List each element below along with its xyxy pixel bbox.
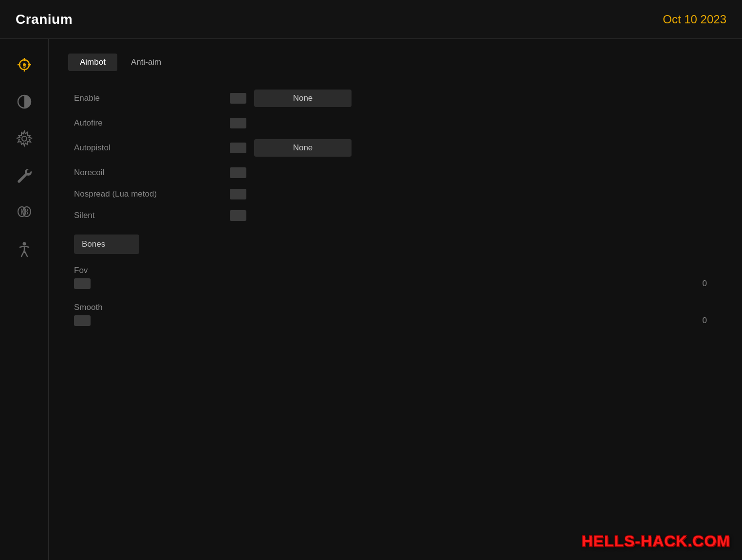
sidebar: $ — [0, 39, 49, 560]
watermark: HELLS-HACK.COM — [581, 532, 730, 550]
setting-label-nospread: Nospread (Lua metod) — [74, 189, 230, 199]
setting-row-autofire: Autofire — [68, 113, 723, 133]
tab-aimbot[interactable]: Aimbot — [68, 54, 117, 71]
fov-slider-track[interactable] — [74, 278, 91, 289]
setting-row-norecoil: Norecoil — [68, 163, 723, 183]
fov-value: 0 — [703, 279, 717, 289]
toggle-nospread[interactable] — [230, 189, 246, 199]
svg-text:$: $ — [23, 63, 26, 69]
smooth-slider-track[interactable] — [74, 315, 91, 326]
fov-slider-row: 0 — [74, 278, 717, 289]
sidebar-item-brain[interactable] — [13, 201, 36, 224]
sidebar-item-visuals[interactable] — [13, 90, 36, 113]
sidebar-item-settings[interactable] — [13, 127, 36, 150]
sidebar-item-aimbot[interactable]: $ — [13, 54, 36, 76]
toggle-norecoil[interactable] — [230, 167, 246, 178]
keybind-enable[interactable]: None — [254, 90, 352, 107]
header: Cranium Oct 10 2023 — [0, 0, 742, 39]
fov-label: Fov — [74, 266, 717, 275]
header-date: Oct 10 2023 — [663, 13, 726, 26]
setting-label-autofire: Autofire — [74, 118, 230, 128]
svg-point-8 — [22, 136, 27, 141]
smooth-label: Smooth — [74, 303, 717, 312]
sidebar-item-accessibility[interactable] — [13, 238, 36, 261]
app-title: Cranium — [16, 12, 73, 27]
bones-section: Bones — [68, 230, 723, 259]
keybind-autopistol[interactable]: None — [254, 139, 352, 157]
smooth-slider-row: 0 — [74, 315, 717, 326]
main-content: Aimbot Anti-aim Enable None Autofire Aut… — [49, 39, 742, 560]
setting-row-enable: Enable None — [68, 85, 723, 112]
setting-label-enable: Enable — [74, 93, 230, 103]
toggle-autopistol[interactable] — [230, 143, 246, 153]
setting-row-bones: Bones — [68, 230, 723, 259]
bones-dropdown[interactable]: Bones — [74, 235, 139, 254]
setting-label-autopistol: Autopistol — [74, 143, 230, 153]
toggle-autofire[interactable] — [230, 118, 246, 128]
tab-anti-aim[interactable]: Anti-aim — [119, 54, 173, 71]
fov-section: Fov 0 — [68, 261, 723, 294]
setting-label-silent: Silent — [74, 211, 230, 220]
svg-point-12 — [22, 242, 26, 246]
toggle-enable[interactable] — [230, 93, 246, 104]
toggle-silent[interactable] — [230, 210, 246, 221]
sidebar-item-config[interactable] — [13, 164, 36, 187]
setting-label-norecoil: Norecoil — [74, 168, 230, 178]
setting-row-nospread: Nospread (Lua metod) — [68, 184, 723, 204]
setting-row-autopistol: Autopistol None — [68, 134, 723, 162]
smooth-value: 0 — [703, 316, 717, 325]
tabs-container: Aimbot Anti-aim — [68, 54, 723, 71]
smooth-section: Smooth 0 — [68, 298, 723, 331]
layout: $ — [0, 39, 742, 560]
setting-row-silent: Silent — [68, 205, 723, 226]
settings-list: Enable None Autofire Autopistol None Nor… — [68, 85, 723, 226]
